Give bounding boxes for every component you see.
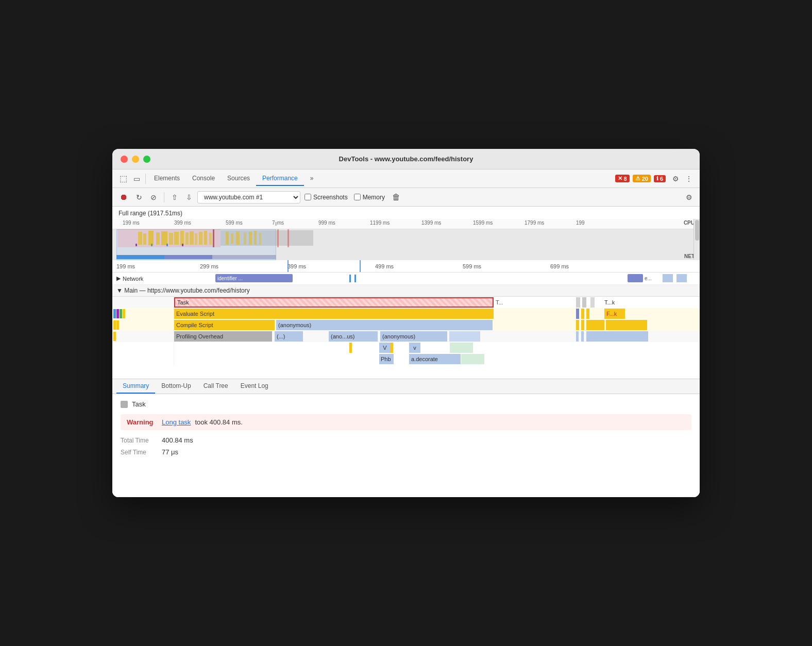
download-button[interactable]: ⇩ <box>183 192 195 203</box>
tab-console[interactable]: Console <box>186 172 221 186</box>
range-tick-0: 199 ms <box>116 263 135 269</box>
evaluate-block[interactable]: Evaluate Script <box>174 309 494 319</box>
network-bar-3 <box>663 274 673 282</box>
warning-text: took 400.84 ms. <box>195 418 243 426</box>
flame-row-compile: Compile Script (anonymous) <box>112 319 700 331</box>
ruler-tick-4: 999 ms <box>318 220 335 226</box>
screenshots-label[interactable]: Screenshots <box>304 194 348 201</box>
overview-scrollbar[interactable] <box>693 219 700 260</box>
phb-green <box>461 354 484 364</box>
net-marker-1 <box>349 275 351 282</box>
timeline-overview[interactable]: 199 ms 399 ms 599 ms 7||ms 999 ms 1199 m… <box>112 219 700 260</box>
profiling-far4 <box>586 331 648 342</box>
title-bar: DevTools - www.youtube.com/feed/history <box>112 149 700 169</box>
tab-call-tree[interactable]: Call Tree <box>197 379 234 394</box>
tab-bottom-up[interactable]: Bottom-Up <box>155 379 197 394</box>
time-marker-left <box>287 260 289 272</box>
screenshots-checkbox[interactable] <box>304 194 311 200</box>
self-time-row: Self Time 77 μs <box>121 448 691 456</box>
settings-icon[interactable]: ⚙ <box>669 173 682 184</box>
anonymous-block[interactable]: (anonymous) <box>276 320 493 330</box>
decorate-label: a.decorate <box>411 356 438 362</box>
memory-checkbox[interactable] <box>354 194 361 200</box>
profiling-block[interactable]: Profiling Overhead <box>174 331 272 342</box>
record-button[interactable]: ⏺ <box>116 191 131 203</box>
tab-sources[interactable]: Sources <box>221 172 256 186</box>
anonymous-label: (anonymous) <box>278 322 311 328</box>
timeline-chart[interactable]: NET <box>112 229 700 260</box>
profiling-anous-label: (ano...us) <box>331 333 354 339</box>
task-far2 <box>582 297 586 308</box>
flame-content-evaluate: Evaluate Script F...k <box>174 308 700 319</box>
v-yellow-2 <box>391 343 393 353</box>
network-track-label: ▶ Network <box>112 275 174 282</box>
net-label: NET <box>684 253 695 259</box>
maximize-button[interactable] <box>143 156 150 163</box>
flame-row-phb: Phb a.decorate <box>112 353 700 365</box>
range-tick-4: 599 ms <box>463 263 481 269</box>
inspect-icon[interactable]: ⬚ <box>116 172 130 185</box>
warning-row: Warning Long task took 400.84 ms. <box>121 414 691 430</box>
tab-summary[interactable]: Summary <box>116 379 155 394</box>
ruler-tick-8: 1799 ms <box>525 220 544 226</box>
profiling-far3 <box>581 331 584 342</box>
v-label-2: v <box>413 345 416 351</box>
window-title: DevTools - www.youtube.com/feed/history <box>339 155 473 163</box>
self-time-value: 77 μs <box>162 448 178 456</box>
clear-button[interactable]: ⊘ <box>147 192 160 203</box>
network-expand-icon[interactable]: ▶ <box>116 275 121 282</box>
task-block[interactable]: Task <box>174 297 494 308</box>
url-select[interactable]: www.youtube.com #1 <box>197 191 300 203</box>
flame-content-compile: Compile Script (anonymous) <box>174 319 700 331</box>
phb-block[interactable]: Phb <box>379 354 394 364</box>
left-mini-bars <box>112 308 133 379</box>
network-track[interactable]: ▶ Network identifier ... e... <box>112 273 700 285</box>
network-label-text: Network <box>123 276 143 282</box>
profiling-anous-block[interactable]: (ano...us) <box>329 331 378 342</box>
tab-event-log[interactable]: Event Log <box>234 379 275 394</box>
compile-far4 <box>606 320 647 330</box>
decorate-block[interactable]: a.decorate <box>409 354 461 364</box>
time-marker-right <box>360 260 361 272</box>
v-block-2[interactable]: v <box>409 343 420 353</box>
info-count: 6 <box>660 176 663 182</box>
traffic-lights <box>121 156 150 163</box>
timeline-ruler: 199 ms 399 ms 599 ms 7||ms 999 ms 1199 m… <box>112 219 700 229</box>
compile-far3 <box>586 320 604 330</box>
tab-performance[interactable]: Performance <box>256 172 304 186</box>
v-label-1: V <box>383 345 386 351</box>
tab-more[interactable]: » <box>304 172 320 186</box>
network-bar-4 <box>676 274 687 282</box>
warning-icon: ⚠ <box>635 175 640 182</box>
upload-button[interactable]: ⇧ <box>168 192 181 203</box>
compile-far2 <box>581 320 584 330</box>
device-icon[interactable]: ▭ <box>130 173 143 184</box>
task-far1 <box>576 297 580 308</box>
minimize-button[interactable] <box>132 156 139 163</box>
overview-scrollbar-thumb[interactable] <box>695 220 699 241</box>
warning-link[interactable]: Long task <box>162 418 191 426</box>
main-section-title[interactable]: ▼ Main — https://www.youtube.com/feed/hi… <box>116 287 250 294</box>
flame-chart[interactable]: Task T... T...k Evaluate Script <box>112 297 700 379</box>
v-block-1[interactable]: V <box>379 343 391 353</box>
capture-settings-icon[interactable]: ⚙ <box>683 192 696 203</box>
close-button[interactable] <box>121 156 128 163</box>
network-bar-1: identifier ... <box>215 274 293 282</box>
profiling-anonymous-block[interactable]: (anonymous) <box>380 331 447 342</box>
task-far-label: T...k <box>604 297 615 308</box>
profiling-far1 <box>449 331 480 342</box>
devtools-window: DevTools - www.youtube.com/feed/history … <box>112 149 700 497</box>
memory-label[interactable]: Memory <box>354 194 385 201</box>
ruler-tick-6: 1399 ms <box>421 220 441 226</box>
ruler-tick-7: 1599 ms <box>473 220 493 226</box>
summary-task-label: Task <box>121 400 691 408</box>
more-options-icon[interactable]: ⋮ <box>682 173 696 184</box>
tab-elements[interactable]: Elements <box>148 172 186 186</box>
profiling-paren-block[interactable]: (...) <box>275 331 303 342</box>
reload-button[interactable]: ↻ <box>133 192 145 203</box>
memory-icon[interactable]: 🗑 <box>389 191 403 203</box>
compile-block[interactable]: Compile Script <box>174 320 275 330</box>
flame-content-phb: Phb a.decorate <box>174 353 700 365</box>
network-track-content: identifier ... e... <box>174 273 700 284</box>
task-color-box <box>121 401 128 408</box>
